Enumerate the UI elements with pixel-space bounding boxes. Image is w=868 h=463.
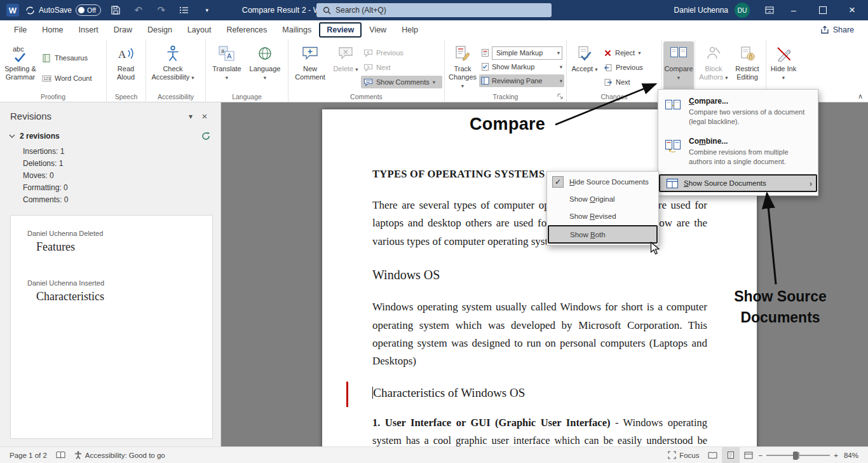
tab-file[interactable]: File bbox=[6, 22, 34, 38]
read-aloud-button[interactable]: A Read Aloud bbox=[108, 41, 144, 92]
tab-draw[interactable]: Draw bbox=[106, 22, 140, 38]
menu-item-combine[interactable]: Combine... Combine revisions from multip… bbox=[658, 132, 818, 172]
close-button[interactable]: × bbox=[839, 0, 865, 20]
tab-design[interactable]: Design bbox=[140, 22, 180, 38]
submenu-item-show-revised[interactable]: Show Revised bbox=[547, 207, 658, 225]
print-layout-button[interactable] bbox=[722, 447, 740, 463]
refresh-button[interactable] bbox=[201, 132, 210, 141]
submenu-item-show-original[interactable]: Show Original bbox=[547, 190, 658, 207]
focus-button[interactable]: Focus bbox=[663, 447, 703, 463]
avatar[interactable]: DU bbox=[735, 3, 750, 18]
compare-button[interactable]: Compare ▾ bbox=[663, 41, 694, 92]
qat-dropdown-icon: ▾ bbox=[206, 7, 209, 13]
show-markup-button[interactable]: Show Markup ▾ bbox=[479, 60, 564, 73]
customize-qat-button[interactable]: ▾ bbox=[199, 2, 215, 18]
reject-button[interactable]: Reject ▾ bbox=[601, 46, 658, 59]
revision-entry[interactable]: Daniel Uchenna Deleted Features bbox=[27, 230, 212, 254]
collapse-ribbon-button[interactable]: ∧ bbox=[858, 92, 863, 100]
search-placeholder: Search (Alt+Q) bbox=[336, 6, 386, 15]
accessibility-status[interactable]: Accessibility: Good to go bbox=[70, 447, 170, 463]
submenu-item-hide-source-documents[interactable]: ✓ Hide Source Documents bbox=[547, 173, 658, 190]
track-changes-button[interactable]: Track Changes ▾ bbox=[446, 41, 479, 92]
next-comment-button[interactable]: Next bbox=[361, 61, 442, 74]
revisions-collapse-icon[interactable] bbox=[9, 134, 15, 138]
proofing-status-button[interactable] bbox=[51, 447, 70, 463]
stat-insertions: Insertions: 1 bbox=[23, 146, 220, 158]
zoom-in-button[interactable]: + bbox=[832, 447, 839, 463]
reviewing-pane-button[interactable]: Reviewing Pane ▾ bbox=[479, 74, 564, 87]
pane-close-button[interactable]: × bbox=[198, 111, 212, 121]
tab-insert[interactable]: Insert bbox=[71, 22, 106, 38]
previous-comment-button[interactable]: Previous bbox=[361, 46, 442, 59]
accept-button[interactable]: Accept ▾ bbox=[568, 41, 601, 92]
restrict-editing-label: Restrict Editing bbox=[735, 65, 759, 81]
menu-item-combine-label: Combine... bbox=[689, 137, 728, 146]
tab-references[interactable]: References bbox=[219, 22, 275, 38]
pane-options-button[interactable]: ▾ bbox=[184, 112, 198, 121]
zoom-out-button[interactable]: − bbox=[757, 447, 764, 463]
title-bar: W AutoSave Off ↶ ↷ ▾ Compare Result 2 - … bbox=[0, 0, 868, 20]
tab-review[interactable]: Review bbox=[319, 22, 362, 38]
language-button[interactable]: Language ▾ bbox=[247, 41, 283, 92]
restrict-editing-button[interactable]: Restrict Editing bbox=[731, 41, 764, 92]
word-logo[interactable]: W bbox=[6, 4, 19, 17]
quick-access-list-button[interactable] bbox=[176, 2, 193, 18]
show-comments-button[interactable]: Show Comments ▾ bbox=[361, 76, 442, 88]
menu-item-compare[interactable]: Compare... Compare two versions of a doc… bbox=[658, 92, 818, 132]
revision-entry[interactable]: Daniel Uchenna Inserted Characteristics bbox=[27, 279, 212, 303]
annotation-show-source-label: Show Source Documents bbox=[727, 286, 834, 328]
hide-ink-button[interactable]: Hide Ink ▾ bbox=[768, 41, 799, 92]
web-layout-button[interactable] bbox=[740, 447, 757, 463]
check-accessibility-button[interactable]: Check Accessibility ▾ bbox=[147, 41, 198, 92]
page-indicator[interactable]: Page 1 of 2 bbox=[5, 447, 51, 463]
read-mode-button[interactable] bbox=[704, 447, 722, 463]
block-authors-button[interactable]: Block Authors ▾ bbox=[696, 41, 731, 92]
tab-help[interactable]: Help bbox=[394, 22, 426, 38]
language-icon bbox=[257, 44, 273, 63]
autosave-toggle[interactable]: Off bbox=[76, 4, 101, 16]
zoom-level[interactable]: 84% bbox=[839, 447, 863, 463]
tab-layout[interactable]: Layout bbox=[180, 22, 219, 38]
language-label: Language bbox=[250, 65, 281, 73]
undo-button[interactable]: ↶ bbox=[130, 2, 147, 18]
autosave-control[interactable]: AutoSave Off bbox=[25, 4, 101, 16]
word-count-button[interactable]: 123 Word Count bbox=[39, 72, 95, 85]
track-changes-label: Track Changes bbox=[449, 65, 477, 81]
delete-comment-button[interactable]: Delete ▾ bbox=[330, 41, 361, 92]
zoom-slider[interactable] bbox=[766, 447, 830, 463]
thesaurus-button[interactable]: Thesaurus bbox=[39, 52, 95, 64]
ribbon-group-tracking: Track Changes ▾ Simple Markup▾ Show Mark… bbox=[445, 39, 567, 102]
dropdown-icon: ▾ bbox=[226, 74, 228, 81]
revisions-pane: Revisions ▾ × 2 revisions Insertions: 1 … bbox=[0, 102, 221, 446]
zoom-center-notch bbox=[798, 452, 799, 459]
thesaurus-icon bbox=[42, 53, 51, 63]
ribbon-display-options-button[interactable] bbox=[761, 2, 778, 18]
delete-comment-icon bbox=[338, 44, 354, 63]
save-button[interactable] bbox=[107, 2, 124, 18]
minimize-button[interactable]: – bbox=[780, 0, 807, 20]
share-button[interactable]: Share bbox=[820, 25, 854, 34]
menu-item-show-source-documents[interactable]: Show Source Documents › bbox=[659, 174, 817, 192]
stat-moves: Moves: 0 bbox=[23, 170, 220, 182]
user-name[interactable]: Daniel Uchenna bbox=[674, 6, 728, 15]
spelling-grammar-button[interactable]: abc Spelling & Grammar bbox=[1, 41, 39, 92]
zoom-slider-handle[interactable] bbox=[793, 452, 798, 460]
translate-button[interactable]: aA Translate ▾ bbox=[207, 41, 247, 92]
previous-change-button[interactable]: Previous bbox=[601, 61, 658, 74]
tab-mailings[interactable]: Mailings bbox=[275, 22, 319, 38]
next-change-button[interactable]: Next bbox=[601, 76, 658, 88]
display-for-review-combo[interactable]: Simple Markup▾ bbox=[479, 46, 564, 59]
show-comments-icon bbox=[363, 78, 373, 86]
tab-view[interactable]: View bbox=[362, 22, 394, 38]
revisions-summary[interactable]: 2 revisions bbox=[20, 132, 60, 141]
ribbon-tabs: File Home Insert Draw Design Layout Refe… bbox=[0, 20, 868, 39]
tab-home[interactable]: Home bbox=[34, 22, 71, 38]
new-comment-button[interactable]: New Comment bbox=[290, 41, 330, 92]
redo-button[interactable]: ↷ bbox=[153, 2, 170, 18]
next-change-icon bbox=[604, 78, 613, 86]
search-box[interactable]: Search (Alt+Q) bbox=[316, 3, 552, 17]
maximize-button[interactable] bbox=[810, 0, 836, 20]
revision-entry-text: Characteristics bbox=[36, 290, 212, 303]
submenu-item-show-both[interactable]: Show Both bbox=[548, 225, 658, 244]
stat-comments: Comments: 0 bbox=[23, 194, 220, 206]
